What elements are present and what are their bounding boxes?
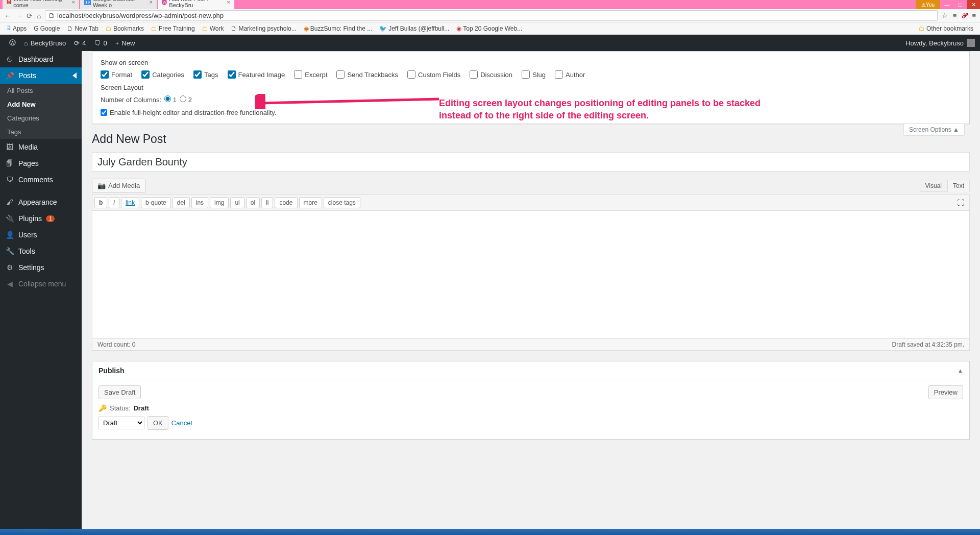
save-draft-button[interactable]: Save Draft xyxy=(99,385,141,399)
qt-ul[interactable]: ul xyxy=(230,197,244,208)
star-icon[interactable]: ☆ xyxy=(942,12,948,19)
forward-icon[interactable]: → xyxy=(15,12,22,20)
sidebar-item-dashboard[interactable]: ⏲Dashboard xyxy=(0,51,82,67)
plug-icon: 🔌 xyxy=(5,214,14,223)
chk-sendtrackbacks[interactable]: Send Trackbacks xyxy=(336,70,398,79)
chk-excerpt[interactable]: Excerpt xyxy=(294,70,327,79)
buffer-icon[interactable]: ≡ xyxy=(953,12,957,19)
maximize-button[interactable]: □ xyxy=(953,0,967,9)
bookmark-marketing[interactable]: 🗋Marketing psycholo... xyxy=(228,24,299,33)
chk-tags[interactable]: Tags xyxy=(193,70,218,79)
bookmark-google[interactable]: GGoogle xyxy=(31,24,62,33)
chrome-user-button[interactable]: ⚠ You xyxy=(916,0,940,9)
menu-icon[interactable]: ≡ xyxy=(972,12,976,19)
chk-customfields[interactable]: Custom Fields xyxy=(407,70,460,79)
fullscreen-icon[interactable]: ⛶ xyxy=(954,199,967,207)
status-ok-button[interactable]: OK xyxy=(148,416,168,430)
back-icon[interactable]: ← xyxy=(4,12,11,20)
browser-tab-3[interactable]: W Add New Post ‹ BeckyBru × xyxy=(158,0,234,9)
minimize-button[interactable]: — xyxy=(940,0,953,9)
avatar[interactable] xyxy=(967,39,975,47)
preview-button[interactable]: Preview xyxy=(928,385,963,399)
sidebar-item-posts[interactable]: 📌Posts xyxy=(0,67,82,84)
refresh-icon: ⟳ xyxy=(74,39,80,47)
plus-icon: + xyxy=(115,39,119,47)
post-content-textarea[interactable] xyxy=(92,211,970,338)
reload-icon[interactable]: ⟳ xyxy=(27,12,33,20)
windows-taskbar[interactable] xyxy=(0,529,980,535)
chk-discussion[interactable]: Discussion xyxy=(470,70,512,79)
bookmark-folder-work[interactable]: 🗀Work xyxy=(200,24,227,33)
plugin-count-badge: 1 xyxy=(46,215,55,222)
close-window-button[interactable]: ✕ xyxy=(967,0,980,9)
qt-ol[interactable]: ol xyxy=(246,197,260,208)
qt-italic[interactable]: i xyxy=(109,197,119,208)
qt-li[interactable]: li xyxy=(261,197,273,208)
qt-more[interactable]: more xyxy=(299,197,322,208)
site-link[interactable]: ⌂BeckyBruso xyxy=(20,35,70,51)
tab-label: Google Calendar - Week o xyxy=(93,0,148,8)
chk-categories[interactable]: Categories xyxy=(141,70,184,79)
bookmark-buzzsumo[interactable]: ◉BuzzSumo: Find the ... xyxy=(301,24,375,33)
bookmark-top20[interactable]: ◉Top 20 Google Web... xyxy=(454,24,525,33)
numcols-label: Number of Columns: xyxy=(101,96,161,104)
updates-link[interactable]: ⟳4 xyxy=(70,35,90,51)
editor-tab-text[interactable]: Text xyxy=(947,180,970,192)
close-icon[interactable]: × xyxy=(72,0,75,5)
howdy-text[interactable]: Howdy, Beckybruso xyxy=(905,39,964,47)
qt-del[interactable]: del xyxy=(173,197,190,208)
sidebar-sub-addnew[interactable]: Add New xyxy=(0,98,82,111)
editor-tab-visual[interactable]: Visual xyxy=(920,180,947,192)
new-link[interactable]: +New xyxy=(111,35,139,51)
sidebar-sub-allposts[interactable]: All Posts xyxy=(0,84,82,98)
add-media-button[interactable]: 📷Add Media xyxy=(92,179,145,192)
radio-col-2[interactable]: 2 xyxy=(180,95,192,104)
sidebar-item-appearance[interactable]: 🖌Appearance xyxy=(0,194,82,210)
user-icon: 👤 xyxy=(5,231,14,239)
sidebar-sub-tags[interactable]: Tags xyxy=(0,125,82,139)
screen-options-toggle[interactable]: Screen Options ▲ xyxy=(903,124,965,136)
bookmark-jeffbullas[interactable]: 🐦Jeff Bullas (@jeffbull... xyxy=(377,24,452,33)
pinterest-icon[interactable]: 𝒫 xyxy=(962,11,967,20)
wp-logo-icon[interactable]: Ⓦ xyxy=(5,35,20,51)
close-icon[interactable]: × xyxy=(150,0,153,5)
sidebar-collapse[interactable]: ◀Collapse menu xyxy=(0,276,82,292)
chk-featuredimage[interactable]: Featured Image xyxy=(228,70,285,79)
sidebar-item-plugins[interactable]: 🔌Plugins1 xyxy=(0,210,82,227)
sidebar-item-settings[interactable]: ⚙Settings xyxy=(0,259,82,276)
sidebar-item-tools[interactable]: 🔧Tools xyxy=(0,243,82,259)
home-icon[interactable]: ⌂ xyxy=(37,12,41,20)
bookmark-other[interactable]: 🗀Other bookmarks xyxy=(916,24,976,33)
qt-bold[interactable]: b xyxy=(94,197,107,208)
status-select[interactable]: Draft xyxy=(99,417,144,429)
chk-format[interactable]: Format xyxy=(101,70,132,79)
status-label: Status: xyxy=(110,404,130,412)
qt-img[interactable]: img xyxy=(210,197,229,208)
sidebar-item-users[interactable]: 👤Users xyxy=(0,227,82,243)
url-input[interactable]: 🗋 localhost/beckybruso/wordpress/wp-admi… xyxy=(45,10,937,21)
sidebar-item-media[interactable]: 🖼Media xyxy=(0,139,82,155)
comments-link[interactable]: 🗨0 xyxy=(90,35,111,51)
qt-code[interactable]: code xyxy=(275,197,297,208)
bookmark-folder-freetraining[interactable]: 🗀Free Training xyxy=(149,24,198,33)
qt-link[interactable]: link xyxy=(121,197,139,208)
post-title-input[interactable] xyxy=(92,152,970,172)
qt-bquote[interactable]: b-quote xyxy=(141,197,171,208)
apps-button[interactable]: ⠿Apps xyxy=(4,24,29,33)
status-cancel-link[interactable]: Cancel xyxy=(172,419,192,427)
chk-slug[interactable]: Slug xyxy=(522,70,546,79)
sidebar-sub-categories[interactable]: Categories xyxy=(0,111,82,125)
bookmark-folder-bookmarks[interactable]: 🗀Bookmarks xyxy=(103,24,146,33)
metabox-toggle-icon[interactable]: ▲ xyxy=(958,368,963,374)
chk-author[interactable]: Author xyxy=(555,70,585,79)
qt-ins[interactable]: ins xyxy=(191,197,208,208)
close-icon[interactable]: × xyxy=(227,0,230,5)
sidebar-item-comments[interactable]: 🗨Comments xyxy=(0,172,82,188)
sidebar-item-pages[interactable]: 🗐Pages xyxy=(0,155,82,172)
qt-closetags[interactable]: close tags xyxy=(324,197,360,208)
radio-col-1[interactable]: 1 xyxy=(164,95,177,104)
bookmark-newtab[interactable]: 🗋New Tab xyxy=(64,24,101,33)
browser-tab-1[interactable]: M WordPress Naming conve × xyxy=(3,0,79,9)
browser-tab-2[interactable]: 19 Google Calendar - Week o × xyxy=(80,0,157,9)
media-icon: 🖼 xyxy=(5,143,14,151)
